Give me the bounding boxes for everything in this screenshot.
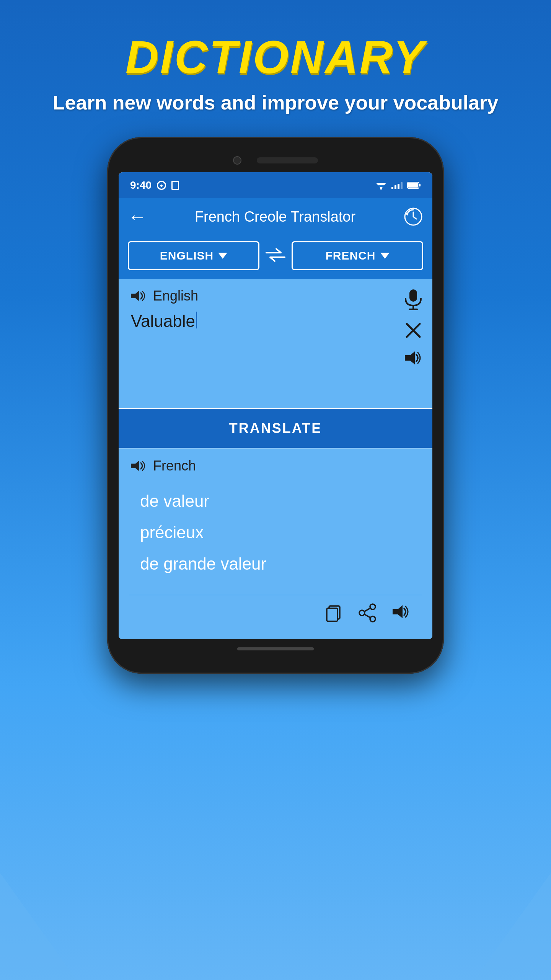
source-lang-dropdown-arrow: [218, 253, 227, 259]
toolbar-title: French Creole Translator: [155, 209, 396, 225]
phone-screen: 9:40 ●: [119, 172, 432, 639]
source-language-button[interactable]: ENGLISH: [128, 241, 259, 270]
phone-camera: [233, 156, 241, 165]
svg-marker-24: [393, 605, 403, 618]
status-time: 9:40: [130, 179, 152, 191]
microphone-button[interactable]: [403, 288, 423, 311]
svg-marker-15: [405, 351, 415, 364]
home-indicator: [237, 647, 314, 650]
phone-speaker: [257, 157, 318, 163]
status-circle-icon: ●: [157, 181, 166, 190]
phone-notch: [119, 152, 432, 172]
source-lang-label-row: English: [129, 288, 402, 304]
app-title: DICTIONARY: [53, 31, 499, 83]
source-language-label: ENGLISH: [160, 249, 214, 262]
back-button[interactable]: ←: [128, 207, 147, 226]
source-input-panel: English Valuable: [119, 279, 432, 409]
input-side-icons: [403, 288, 423, 366]
svg-point-21: [370, 616, 375, 622]
share-button[interactable]: [357, 603, 377, 623]
app-header: DICTIONARY Learn new words and improve y…: [53, 0, 499, 114]
svg-rect-10: [409, 289, 417, 302]
status-bar: 9:40 ●: [119, 172, 432, 198]
result-tts-button[interactable]: [391, 603, 412, 621]
copy-button[interactable]: [324, 603, 344, 623]
svg-marker-16: [131, 461, 139, 471]
svg-rect-5: [408, 183, 418, 188]
svg-line-23: [365, 614, 370, 617]
result-sound-icon[interactable]: [129, 459, 146, 473]
translation-item-2: précieux: [129, 517, 422, 548]
target-language-button[interactable]: FRENCH: [292, 241, 423, 270]
battery-icon: [407, 181, 421, 189]
svg-line-22: [365, 608, 370, 611]
svg-marker-9: [131, 291, 139, 301]
translation-item-3: de grande valeur: [129, 548, 422, 580]
signal-icon: [391, 181, 403, 189]
translation-item-1: de valeur: [129, 485, 422, 517]
result-lang-label-row: French: [129, 458, 422, 474]
svg-point-20: [359, 610, 365, 616]
history-button[interactable]: [403, 207, 423, 227]
svg-point-19: [370, 604, 375, 609]
source-tts-button[interactable]: [403, 350, 423, 366]
clear-input-button[interactable]: [404, 322, 422, 339]
source-sound-icon[interactable]: [129, 289, 146, 303]
result-action-icons: [129, 595, 422, 630]
source-input-text[interactable]: Valuable: [131, 312, 195, 331]
target-language-label: FRENCH: [326, 249, 376, 262]
target-lang-dropdown-arrow: [380, 253, 390, 259]
status-sim-icon: [171, 181, 179, 190]
source-language-display: English: [153, 288, 198, 304]
status-right-icons: [375, 181, 421, 189]
result-language-display: French: [153, 458, 196, 474]
svg-rect-6: [419, 184, 421, 186]
phone-home-indicator-area: [119, 639, 432, 658]
text-cursor: [196, 312, 197, 328]
toolbar: ← French Creole Translator: [119, 198, 432, 235]
swap-languages-button[interactable]: [266, 247, 285, 264]
phone-device: 9:40 ●: [107, 137, 444, 674]
language-selector-row: ENGLISH FRENCH: [119, 235, 432, 279]
svg-marker-8: [406, 213, 409, 216]
wifi-icon: [375, 181, 387, 189]
svg-rect-18: [327, 608, 337, 621]
app-subtitle: Learn new words and improve your vocabul…: [53, 91, 499, 114]
translate-button[interactable]: TRANSLATE: [119, 409, 432, 448]
result-panel: French de valeur précieux de grande vale…: [119, 448, 432, 639]
